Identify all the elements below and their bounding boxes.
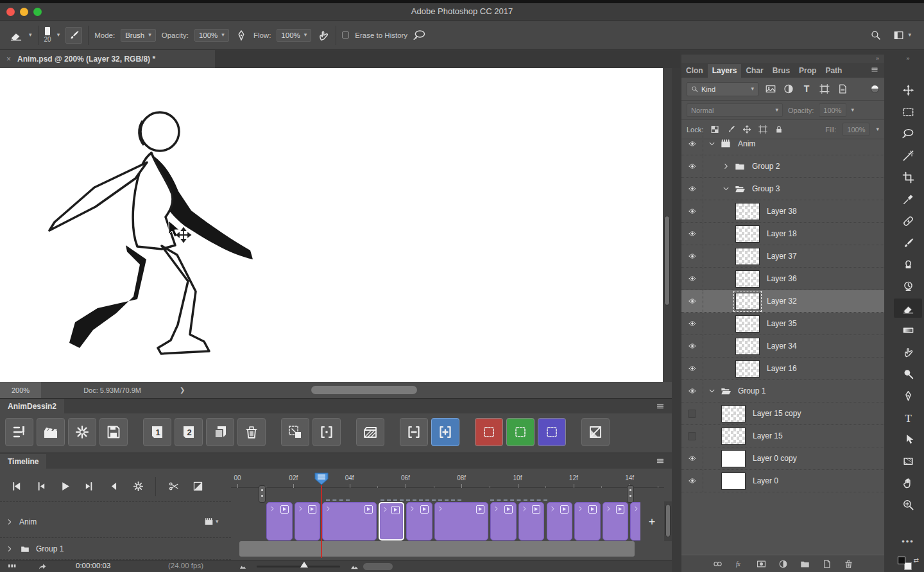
smart-object-filter-icon[interactable]: [836, 83, 849, 94]
play-button[interactable]: [53, 476, 77, 497]
foreground-color-swatch[interactable]: [898, 557, 905, 564]
new-drawing-layer-1-button[interactable]: 1: [143, 418, 171, 446]
visibility-off-box[interactable]: [681, 425, 703, 447]
layer-thumbnail[interactable]: [735, 225, 760, 243]
crop-tool[interactable]: [894, 168, 922, 187]
shape-tool[interactable]: [894, 451, 922, 471]
magic-wand-tool[interactable]: [894, 146, 922, 165]
track-anim[interactable]: Anim ▾: [0, 506, 231, 538]
video-track-options[interactable]: ▾: [204, 517, 219, 526]
new-adjustment-layer-button[interactable]: [778, 559, 789, 569]
clip-expand-icon[interactable]: [270, 505, 275, 512]
chevron-right-icon[interactable]: [6, 546, 13, 552]
close-tab-icon[interactable]: ×: [6, 55, 11, 64]
layer-thumbnail[interactable]: [735, 270, 760, 288]
clip-expand-icon[interactable]: [298, 505, 304, 512]
canvas-horizontal-scrollbar-thumb[interactable]: [311, 386, 417, 394]
panel-tab-brus[interactable]: Brus: [768, 64, 794, 78]
clip-expand-icon[interactable]: [438, 505, 443, 512]
color-swatches[interactable]: ⇄: [897, 557, 919, 569]
smoothing-icon[interactable]: [413, 29, 426, 42]
layer-thumbnail[interactable]: [721, 428, 746, 445]
visibility-eye-icon[interactable]: [681, 313, 703, 334]
layer-thumbnail[interactable]: [735, 293, 760, 310]
eraser-tool[interactable]: [894, 299, 922, 318]
prev-frame-button[interactable]: [28, 476, 53, 497]
search-icon[interactable]: [870, 30, 881, 40]
timeline-zoom-slider[interactable]: [257, 566, 340, 568]
type-tool[interactable]: T: [894, 408, 922, 427]
timeline-clip[interactable]: [379, 502, 405, 541]
add-mask-button[interactable]: [756, 559, 767, 569]
healing-brush-tool[interactable]: [894, 211, 922, 230]
type-filter-icon[interactable]: T: [800, 83, 813, 94]
scrollbar-thumb[interactable]: [664, 216, 670, 306]
eyedropper-tool[interactable]: [894, 189, 922, 209]
move-tool[interactable]: [894, 80, 922, 100]
visibility-eye-icon[interactable]: [681, 290, 703, 312]
canvas-vertical-scrollbar[interactable]: [663, 68, 672, 382]
timeline-clip[interactable]: [603, 502, 629, 541]
adjustment-filter-icon[interactable]: [782, 83, 795, 94]
visibility-eye-icon[interactable]: [681, 268, 703, 290]
layer-row[interactable]: Layer 18: [681, 223, 884, 245]
eraser-icon[interactable]: [9, 29, 23, 42]
animdessin2-tab[interactable]: AnimDessin2: [0, 399, 64, 413]
lasso-tool[interactable]: [894, 124, 922, 143]
shape-filter-icon[interactable]: [818, 83, 831, 94]
clip-expand-icon[interactable]: [633, 505, 639, 512]
timeline-clip[interactable]: [518, 502, 545, 541]
visibility-eye-icon[interactable]: [681, 380, 703, 402]
visibility-eye-icon[interactable]: [681, 470, 703, 492]
visibility-eye-icon[interactable]: [681, 133, 703, 155]
visibility-eye-icon[interactable]: [681, 223, 703, 245]
playhead[interactable]: [314, 472, 329, 485]
timeline-clip[interactable]: [574, 502, 601, 541]
panel-menu-icon[interactable]: [655, 457, 665, 465]
brush-tool[interactable]: [894, 233, 922, 252]
layer-thumbnail[interactable]: [735, 360, 760, 377]
timeline-clip[interactable]: [434, 502, 488, 541]
timeline-handle[interactable]: [363, 563, 393, 570]
timeline-scrollbar[interactable]: [664, 501, 672, 541]
layer-row[interactable]: Layer 15 copy: [681, 403, 884, 425]
single-frame-exposure-button[interactable]: [312, 418, 341, 446]
swap-colors-icon[interactable]: ⇄: [914, 557, 919, 564]
dodge-tool[interactable]: [894, 364, 922, 383]
layer-row[interactable]: Anim: [681, 133, 884, 155]
chevron-down-icon[interactable]: [721, 186, 731, 192]
history-brush-tool[interactable]: [894, 277, 922, 296]
increase-exposure-button[interactable]: [431, 418, 459, 446]
collapse-panels-icon[interactable]: »: [681, 55, 884, 63]
layer-row[interactable]: Group 3: [681, 178, 884, 200]
zoom-out-timeline-icon[interactable]: [239, 563, 247, 570]
decrease-exposure-button[interactable]: [400, 418, 428, 446]
layer-thumbnail[interactable]: [721, 472, 746, 490]
clone-stamp-tool[interactable]: [894, 255, 922, 274]
layer-row[interactable]: Layer 0: [681, 470, 884, 492]
split-at-playhead-button[interactable]: [161, 476, 185, 497]
layer-row[interactable]: Layer 34: [681, 335, 884, 358]
layer-thumbnail[interactable]: [735, 203, 760, 220]
next-frame-button[interactable]: [77, 476, 101, 497]
layer-row[interactable]: Layer 16: [681, 358, 884, 380]
visibility-eye-icon[interactable]: [681, 178, 703, 200]
timeline-clip[interactable]: [406, 502, 432, 541]
canvas[interactable]: [0, 68, 663, 382]
layer-row[interactable]: Group 2: [681, 155, 884, 178]
layer-effects-button[interactable]: fx: [734, 559, 745, 569]
document-tab[interactable]: × Anim.psd @ 200% (Layer 32, RGB/8) *: [0, 50, 215, 68]
timeline-clip[interactable]: [266, 502, 293, 541]
go-first-frame-button[interactable]: [4, 476, 28, 497]
layer-thumbnail[interactable]: [735, 338, 760, 355]
chevron-down-icon[interactable]: [707, 141, 717, 147]
work-area-end-handle[interactable]: [627, 485, 634, 503]
visibility-eye-icon[interactable]: [681, 200, 703, 222]
clip-expand-icon[interactable]: [606, 505, 612, 512]
panel-menu-icon[interactable]: [655, 403, 665, 410]
visibility-eye-icon[interactable]: [681, 155, 703, 177]
chevron-right-icon[interactable]: [6, 519, 13, 525]
marquee-tool[interactable]: [894, 102, 922, 121]
purple-tag-button[interactable]: [538, 418, 566, 446]
clip-expand-icon[interactable]: [522, 505, 527, 512]
